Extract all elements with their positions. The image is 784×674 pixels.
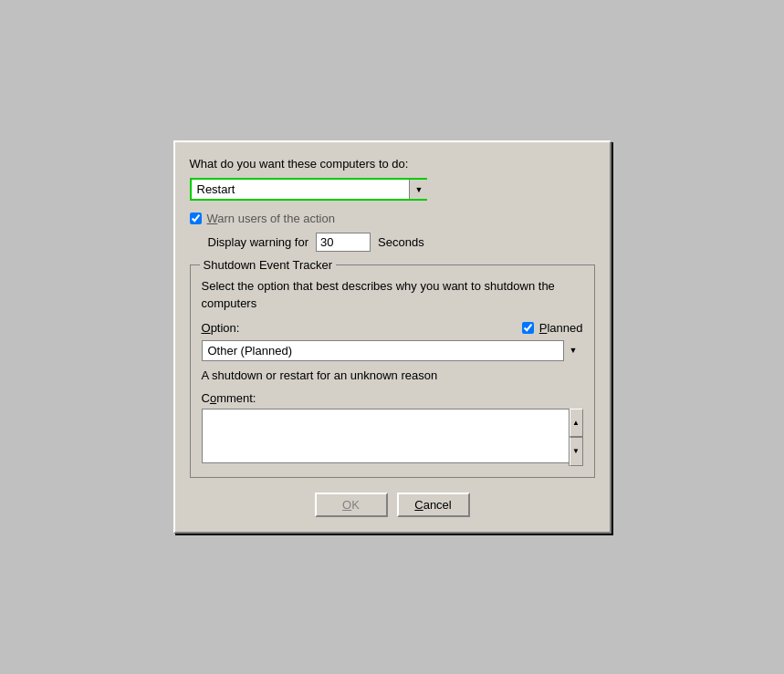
option-dropdown-container: Other (Planned) Other (Unplanned) Hardwa… [202,340,583,361]
action-dropdown-container: Restart Shutdown Logoff Hibernate Sleep [192,180,429,199]
comment-textarea[interactable] [202,409,583,463]
planned-row: Planned [522,321,583,335]
option-row: Option: Planned [202,321,583,335]
display-warning-row: Display warning for Seconds [208,233,595,252]
action-dropdown[interactable]: Restart Shutdown Logoff Hibernate Sleep [192,180,429,199]
comment-textarea-wrapper: ▲ ▼ [202,409,583,466]
warn-users-row: Warn users of the action [190,212,595,225]
comment-scrollbar: ▲ ▼ [569,409,583,466]
option-dropdown[interactable]: Other (Planned) Other (Unplanned) Hardwa… [202,340,583,361]
display-warning-label: Display warning for [208,235,309,249]
planned-label: Planned [539,321,583,335]
scroll-down-button[interactable]: ▼ [570,437,583,466]
shutdown-description: A shutdown or restart for an unknown rea… [202,368,583,382]
scroll-up-button[interactable]: ▲ [570,409,583,438]
seconds-input[interactable] [316,233,371,252]
planned-checkbox[interactable] [522,322,534,334]
ok-button[interactable]: OK [315,493,388,517]
tracker-group: Shutdown Event Tracker Select the option… [190,264,595,477]
action-dropdown-wrapper: Restart Shutdown Logoff Hibernate Sleep [190,178,427,201]
tracker-description: Select the option that best describes wh… [202,278,583,311]
option-label: Option: [202,321,240,335]
tracker-legend: Shutdown Event Tracker [200,258,337,272]
button-row: OK Cancel [190,493,595,517]
option-dropdown-wrapper: Other (Planned) Other (Unplanned) Hardwa… [202,340,583,361]
seconds-label: Seconds [378,235,424,249]
warn-users-checkbox[interactable] [190,213,202,224]
cancel-button[interactable]: Cancel [397,493,470,517]
comment-label: Comment: [202,391,583,405]
question-label: What do you want these computers to do: [190,157,595,171]
question-text: What do you want these computers to do: [190,157,409,171]
main-dialog: What do you want these computers to do: … [173,140,612,533]
warn-users-label: Warn users of the action [207,212,335,225]
